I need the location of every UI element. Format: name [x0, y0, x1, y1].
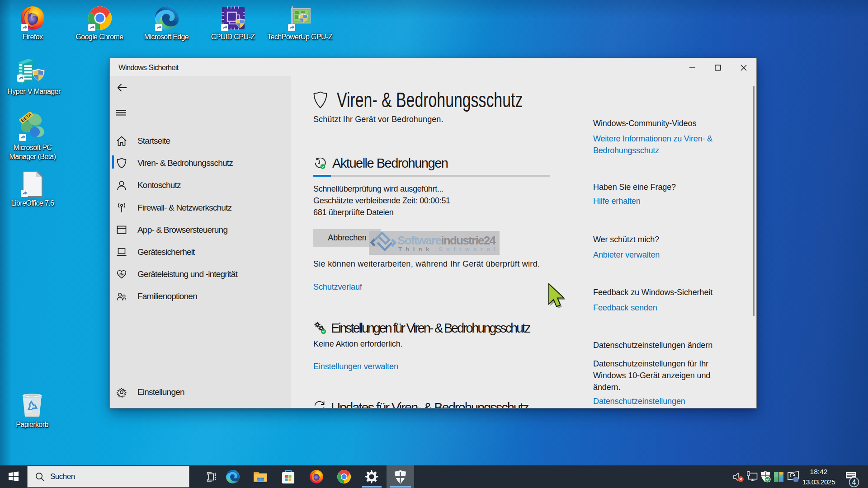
svg-text:4: 4 — [852, 479, 856, 486]
